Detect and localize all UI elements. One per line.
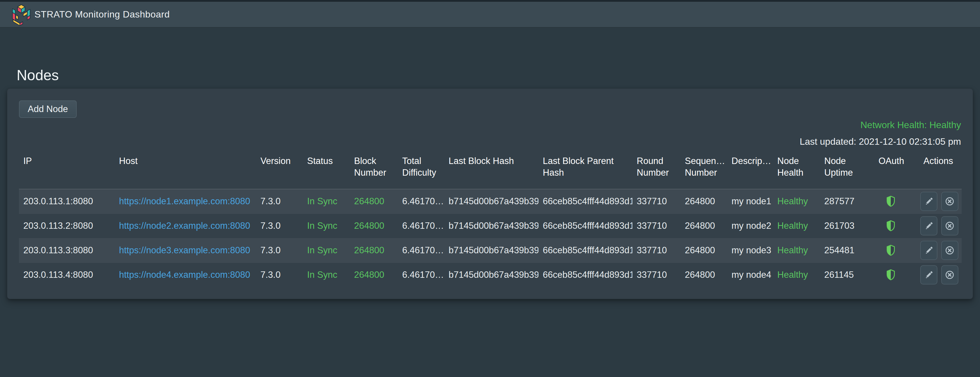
- cell-version: 7.3.0: [256, 213, 303, 238]
- table-row: 203.0.113.2:8080https://node2.example.co…: [19, 213, 962, 238]
- cell-oauth: [874, 262, 919, 287]
- column-header-total_difficulty: Total Difficulty: [398, 151, 444, 189]
- nodes-table: IPHostVersionStatusBlock NumberTotal Dif…: [19, 151, 962, 287]
- pencil-edit-icon: [924, 221, 934, 231]
- column-header-block_number: Block Number: [350, 151, 398, 189]
- cell-node_uptime: 261145: [820, 262, 874, 287]
- cell-last_block_hash: b7145d00b67a439b39d…: [444, 189, 538, 213]
- cell-round_number: 337710: [632, 213, 681, 238]
- column-header-sequence_number: Sequen… Number: [681, 151, 727, 189]
- cell-round_number: 337710: [632, 238, 681, 262]
- page-title: Nodes: [17, 67, 973, 84]
- cell-block_number: 264800: [350, 189, 398, 213]
- cell-description: my node1: [727, 189, 773, 213]
- cell-total_difficulty: 6.46170…: [398, 262, 444, 287]
- cell-total_difficulty: 6.46170…: [398, 189, 444, 213]
- cell-status: In Sync: [303, 238, 350, 262]
- app-title: STRATO Monitoring Dashboard: [34, 9, 170, 20]
- cell-node_uptime: 254481: [820, 238, 874, 262]
- delete-node-button[interactable]: [941, 265, 958, 285]
- edit-node-button[interactable]: [920, 216, 937, 235]
- cell-status: In Sync: [303, 189, 350, 213]
- column-header-actions: Actions: [919, 151, 962, 189]
- cell-last_block_hash: b7145d00b67a439b39d…: [444, 213, 538, 238]
- cell-ip: 203.0.113.3:8080: [19, 238, 115, 262]
- pencil-edit-icon: [924, 246, 934, 255]
- column-header-ip: IP: [19, 151, 115, 189]
- cell-node_health: Healthy: [773, 213, 820, 238]
- cell-actions: [919, 189, 962, 213]
- table-row: 203.0.113.1:8080https://node1.example.co…: [19, 189, 962, 213]
- column-header-round_number: Round Number: [632, 151, 681, 189]
- cell-total_difficulty: 6.46170…: [398, 238, 444, 262]
- cell-block_number: 264800: [350, 213, 398, 238]
- nodes-panel: Add Node Network Health: Healthy Last up…: [7, 88, 973, 299]
- last-updated-timestamp: Last updated: 2021-12-10 02:31:05 pm: [19, 136, 961, 147]
- delete-node-button[interactable]: [941, 216, 958, 235]
- cell-actions: [919, 213, 962, 238]
- cell-node_health: Healthy: [773, 238, 820, 262]
- cell-host: https://node3.example.com:8080: [115, 238, 256, 262]
- oauth-shield-icon: [886, 245, 895, 256]
- oauth-shield-icon: [886, 196, 895, 207]
- cell-last_block_hash: b7145d00b67a439b39d…: [444, 262, 538, 287]
- cell-version: 7.3.0: [256, 189, 303, 213]
- cell-ip: 203.0.113.1:8080: [19, 189, 115, 213]
- cell-ip: 203.0.113.2:8080: [19, 213, 115, 238]
- cell-total_difficulty: 6.46170…: [398, 213, 444, 238]
- column-header-description: Descrip…: [727, 151, 773, 189]
- cell-block_number: 264800: [350, 262, 398, 287]
- network-health-status: Network Health: Healthy: [19, 119, 961, 131]
- delete-node-button[interactable]: [941, 241, 958, 260]
- edit-node-button[interactable]: [920, 192, 937, 211]
- column-header-host: Host: [115, 151, 256, 189]
- column-header-node_uptime: Node Uptime: [820, 151, 874, 189]
- x-circle-delete-icon: [945, 246, 955, 255]
- pencil-edit-icon: [924, 197, 934, 206]
- cell-version: 7.3.0: [256, 262, 303, 287]
- cell-sequence_number: 264800: [681, 213, 727, 238]
- table-row: 203.0.113.3:8080https://node3.example.co…: [19, 238, 962, 262]
- edit-node-button[interactable]: [920, 265, 937, 285]
- table-header-row: IPHostVersionStatusBlock NumberTotal Dif…: [19, 151, 962, 189]
- cell-description: my node4: [727, 262, 773, 287]
- x-circle-delete-icon: [945, 197, 955, 206]
- strato-logo-icon: [11, 3, 32, 25]
- cell-actions: [919, 238, 962, 262]
- cell-ip: 203.0.113.4:8080: [19, 262, 115, 287]
- cell-sequence_number: 264800: [681, 189, 727, 213]
- pencil-edit-icon: [924, 270, 934, 280]
- node-host-link[interactable]: https://node1.example.com:8080: [119, 196, 250, 206]
- cell-node_uptime: 261703: [820, 213, 874, 238]
- x-circle-delete-icon: [945, 221, 955, 231]
- x-circle-delete-icon: [945, 270, 955, 280]
- column-header-oauth: OAuth: [874, 151, 919, 189]
- delete-node-button[interactable]: [941, 192, 958, 211]
- column-header-version: Version: [256, 151, 303, 189]
- cell-description: my node3: [727, 238, 773, 262]
- column-header-last_block_parent_hash: Last Block Parent Hash: [538, 151, 632, 189]
- cell-actions: [919, 262, 962, 287]
- oauth-shield-icon: [886, 269, 895, 281]
- cell-sequence_number: 264800: [681, 262, 727, 287]
- add-node-button[interactable]: Add Node: [19, 100, 77, 118]
- cell-node_health: Healthy: [773, 189, 820, 213]
- table-body: 203.0.113.1:8080https://node1.example.co…: [19, 189, 962, 287]
- cell-sequence_number: 264800: [681, 238, 727, 262]
- cell-oauth: [874, 189, 919, 213]
- cell-status: In Sync: [303, 213, 350, 238]
- cell-oauth: [874, 238, 919, 262]
- table-row: 203.0.113.4:8080https://node4.example.co…: [19, 262, 962, 287]
- cell-last_block_hash: b7145d00b67a439b39d…: [444, 238, 538, 262]
- cell-host: https://node1.example.com:8080: [115, 189, 256, 213]
- cell-oauth: [874, 213, 919, 238]
- node-host-link[interactable]: https://node3.example.com:8080: [119, 245, 250, 255]
- node-host-link[interactable]: https://node2.example.com:8080: [119, 221, 250, 231]
- edit-node-button[interactable]: [920, 241, 937, 260]
- node-host-link[interactable]: https://node4.example.com:8080: [119, 270, 250, 280]
- cell-block_number: 264800: [350, 238, 398, 262]
- cell-last_block_parent_hash: 66ceb85c4fff44d893d1…: [538, 189, 632, 213]
- column-header-status: Status: [303, 151, 350, 189]
- cell-status: In Sync: [303, 262, 350, 287]
- cell-last_block_parent_hash: 66ceb85c4fff44d893d1…: [538, 262, 632, 287]
